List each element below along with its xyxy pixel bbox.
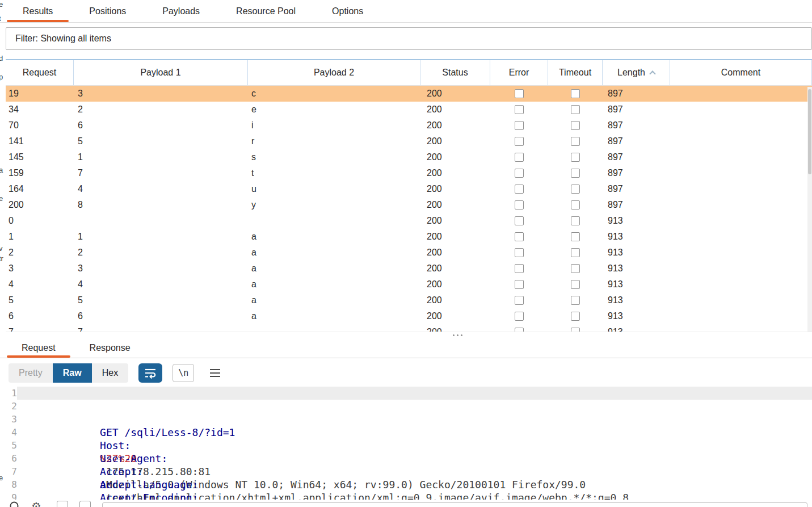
hex-button[interactable]: Hex (92, 363, 128, 383)
table-row[interactable]: 145 1 s 200 897 (6, 149, 812, 165)
cell-length: 897 (603, 104, 670, 115)
main-tab[interactable]: Resource Pool (218, 0, 314, 22)
timeout-checkbox[interactable] (571, 137, 580, 146)
error-checkbox[interactable] (515, 200, 524, 209)
main-tab[interactable]: Options (314, 0, 381, 22)
error-checkbox[interactable] (515, 328, 524, 332)
table-row[interactable]: 200 8 y 200 897 (6, 197, 812, 213)
search-input[interactable] (102, 502, 807, 507)
message-tab-bar: Request Response (0, 338, 812, 358)
table-row[interactable]: 1 1 a 200 913 (6, 229, 812, 245)
error-checkbox[interactable] (515, 89, 524, 98)
column-header[interactable]: Request (6, 60, 74, 85)
search-option-box-1[interactable] (57, 501, 68, 507)
cell-payload1: 5 (74, 295, 248, 305)
timeout-checkbox[interactable] (571, 200, 580, 209)
error-checkbox[interactable] (515, 248, 524, 257)
main-tab-label: Resource Pool (236, 6, 296, 16)
timeout-checkbox[interactable] (571, 312, 580, 321)
column-header[interactable]: Error (490, 60, 548, 85)
pretty-button[interactable]: Pretty (9, 363, 53, 383)
table-scrollbar[interactable] (807, 87, 812, 332)
error-checkbox[interactable] (515, 312, 524, 321)
error-checkbox[interactable] (515, 185, 524, 194)
view-mode-segmented-control: Pretty Raw Hex (9, 363, 128, 383)
error-checkbox[interactable] (515, 280, 524, 289)
timeout-checkbox[interactable] (571, 232, 580, 241)
table-row[interactable]: 159 7 t 200 897 (6, 165, 812, 181)
filter-bar[interactable]: Filter: Showing all items (6, 27, 812, 50)
editor-menu-button[interactable] (204, 363, 226, 383)
table-row[interactable]: 7 7 200 913 (6, 324, 812, 332)
column-header-label: Payload 2 (314, 68, 354, 78)
cell-status: 200 (420, 200, 490, 210)
error-checkbox[interactable] (515, 232, 524, 241)
show-newlines-button[interactable]: \n (173, 364, 194, 382)
column-header[interactable]: Payload 1 (74, 60, 248, 85)
clipped-text-fragment: d (0, 54, 3, 62)
timeout-checkbox[interactable] (571, 121, 580, 130)
table-row[interactable]: 2 2 a 200 913 (6, 245, 812, 261)
timeout-checkbox[interactable] (571, 216, 580, 225)
column-header[interactable]: Status (420, 60, 490, 85)
message-tab[interactable]: Response (73, 338, 148, 358)
search-icon[interactable] (9, 501, 22, 507)
word-wrap-button[interactable] (138, 363, 162, 383)
timeout-checkbox[interactable] (571, 185, 580, 194)
message-tab-label: Response (90, 343, 131, 353)
timeout-checkbox[interactable] (571, 248, 580, 257)
search-option-box-2[interactable] (79, 501, 91, 507)
timeout-checkbox[interactable] (571, 105, 580, 114)
code-text: Accept: text/html,application/xhtml+xml,… (17, 426, 812, 439)
search-settings-gear-icon[interactable]: ⚙ (31, 501, 41, 507)
main-tab[interactable]: Positions (71, 0, 144, 22)
cell-length: 897 (603, 200, 670, 210)
table-row[interactable]: 5 5 a 200 913 (6, 292, 812, 308)
cell-request: 4 (6, 279, 74, 290)
message-tab[interactable]: Request (5, 338, 73, 358)
cell-request: 3 (6, 263, 74, 274)
main-tab[interactable]: Results (5, 0, 71, 22)
error-checkbox[interactable] (515, 169, 524, 178)
cell-payload1: 7 (74, 168, 248, 178)
code-text: Accept-Encoding: gzip, deflate (17, 452, 812, 465)
error-checkbox[interactable] (515, 153, 524, 162)
cell-payload1: 3 (74, 263, 248, 274)
table-row[interactable]: 6 6 a 200 913 (6, 308, 812, 324)
raw-button[interactable]: Raw (53, 363, 92, 383)
table-row[interactable]: 4 4 a 200 913 (6, 276, 812, 292)
table-row[interactable]: 70 6 i 200 897 (6, 118, 812, 133)
timeout-checkbox[interactable] (571, 169, 580, 178)
table-row[interactable]: 164 4 u 200 897 (6, 181, 812, 197)
table-row[interactable]: 3 3 a 200 913 (6, 261, 812, 276)
column-header[interactable]: Timeout (548, 60, 603, 85)
error-checkbox[interactable] (515, 216, 524, 225)
timeout-checkbox[interactable] (571, 264, 580, 273)
table-row[interactable]: 19 3 c 200 897 (6, 86, 812, 102)
error-checkbox[interactable] (515, 121, 524, 130)
table-row[interactable]: 141 5 r 200 897 (6, 133, 812, 149)
table-row[interactable]: 0 200 913 (6, 213, 812, 229)
cell-request: 34 (6, 104, 74, 115)
cell-status: 200 (420, 104, 490, 115)
timeout-checkbox[interactable] (571, 280, 580, 289)
column-header-label: Error (509, 68, 529, 78)
timeout-checkbox[interactable] (571, 153, 580, 162)
request-editor[interactable]: 1 GET /sqli/Less-8/?id=1 %27%20 and %20 … (0, 387, 812, 500)
error-checkbox[interactable] (515, 137, 524, 146)
timeout-checkbox[interactable] (571, 89, 580, 98)
pane-splitter[interactable] (0, 332, 812, 338)
table-row[interactable]: 34 2 e 200 897 (6, 102, 812, 118)
timeout-checkbox[interactable] (571, 296, 580, 305)
table-scrollbar-thumb[interactable] (808, 89, 811, 174)
error-checkbox[interactable] (515, 264, 524, 273)
timeout-checkbox[interactable] (571, 328, 580, 332)
error-checkbox[interactable] (515, 296, 524, 305)
column-header[interactable]: Comment (670, 60, 812, 85)
error-checkbox[interactable] (515, 105, 524, 114)
column-header[interactable]: Payload 2 (248, 60, 420, 85)
code-line: 8 Upgrade-Insecure-Requests: 1 (0, 478, 812, 491)
cell-error (490, 232, 548, 241)
column-header[interactable]: Length (603, 60, 670, 85)
main-tab[interactable]: Payloads (144, 0, 218, 22)
